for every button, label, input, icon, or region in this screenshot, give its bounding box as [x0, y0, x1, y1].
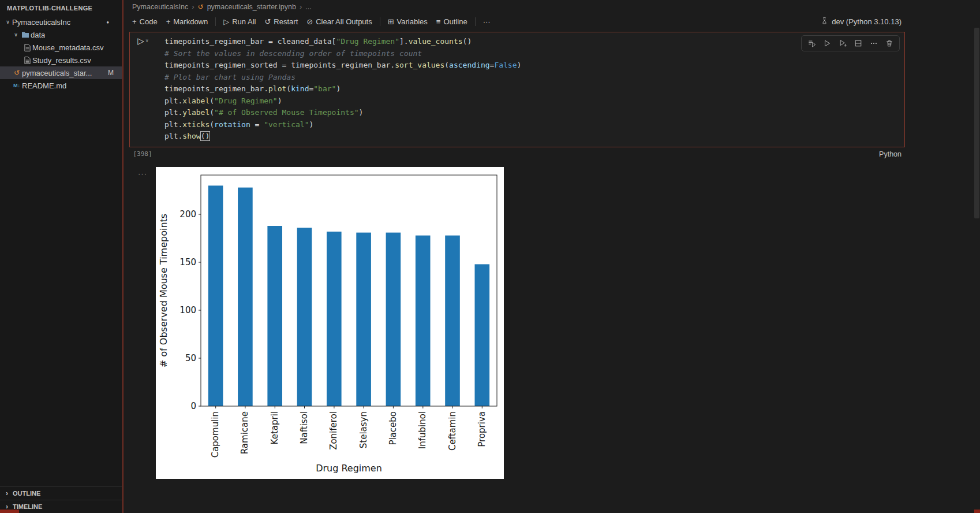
- explorer-sidebar: MATPLOTLIB-CHALLENGE ∨PymaceuticalsInc●∨…: [0, 0, 122, 513]
- output-gutter: ···: [129, 167, 156, 479]
- csv-file-icon: [22, 44, 32, 51]
- notebook-file-icon: ↺: [12, 69, 22, 77]
- tree-item-label: pymaceuticals_star...: [22, 69, 92, 77]
- tree-item-data[interactable]: ∨data: [0, 28, 122, 41]
- execute-above-icon[interactable]: [805, 38, 818, 49]
- tree-item-label: Mouse_metadata.csv: [32, 43, 104, 52]
- svg-text:0: 0: [190, 401, 196, 411]
- cell-output: ··· CapomulinRamicaneKetaprilNaftisolZon…: [129, 167, 905, 479]
- code-line: timepoints_regimen_bar = cleaned_data["D…: [164, 36, 900, 48]
- breadcrumb-file[interactable]: pymaceuticals_starter.ipynb: [207, 3, 296, 11]
- code-line: timepoints_regimen_sorted = timepoints_r…: [164, 60, 900, 72]
- run-all-icon: ▷: [223, 18, 229, 25]
- delete-cell-icon[interactable]: [882, 38, 896, 49]
- code-line: timepoints_regimen_bar.plot(kind="bar"): [164, 83, 900, 95]
- bar-chart-svg: CapomulinRamicaneKetaprilNaftisolZonifer…: [156, 167, 504, 479]
- toolbar-button-label: Outline: [443, 17, 467, 26]
- svg-text:50: 50: [185, 353, 196, 363]
- run-cell-button[interactable]: ▷∨: [137, 36, 148, 45]
- code-line: plt.xticks(rotation = "vertical"): [164, 119, 900, 131]
- csv-file-icon: [22, 57, 32, 64]
- split-cell-icon[interactable]: [851, 38, 865, 49]
- toolbar-items: +Code+Markdown▷Run All↺Restart⊘Clear All…: [128, 16, 495, 28]
- toolbar-markdown-button[interactable]: +Markdown: [162, 16, 212, 28]
- toolbar-outline-button[interactable]: ≡Outline: [432, 16, 472, 28]
- toolbar-clear-all-outputs-button[interactable]: ⊘Clear All Outputs: [302, 16, 376, 28]
- toolbar-more-actions-button[interactable]: ···: [479, 16, 495, 27]
- tree-item-study-results-csv[interactable]: Study_results.csv: [0, 54, 122, 66]
- svg-text:200: 200: [179, 209, 196, 220]
- output-options-button[interactable]: ···: [138, 169, 147, 178]
- code-cell[interactable]: ▷∨ timepoints_regimen_bar = cleaned_data…: [129, 32, 905, 147]
- outline-icon: ≡: [436, 18, 441, 25]
- svg-text:Propriva: Propriva: [477, 411, 487, 447]
- toolbar-button-label: Run All: [232, 17, 256, 26]
- toolbar-run-all-button[interactable]: ▷Run All: [219, 16, 260, 28]
- variables-icon: ⊞: [388, 18, 394, 25]
- markdown-file-icon: M↓: [12, 83, 22, 88]
- toolbar-variables-button[interactable]: ⊞Variables: [384, 16, 432, 28]
- svg-text:Infubinol: Infubinol: [417, 411, 428, 449]
- toolbar-button-label: Clear All Outputs: [316, 17, 372, 26]
- kernel-label: dev (Python 3.10.13): [832, 17, 902, 26]
- play-icon: ▷: [137, 36, 144, 45]
- scrollbar-thumb[interactable]: [974, 28, 979, 218]
- tree-item-mouse-metadata-csv[interactable]: Mouse_metadata.csv: [0, 41, 122, 54]
- execute-cell-icon[interactable]: [820, 38, 834, 49]
- svg-text:Placebo: Placebo: [388, 411, 398, 445]
- execute-below-icon[interactable]: [836, 38, 850, 49]
- toolbar-separator: [380, 17, 380, 26]
- more-actions-icon[interactable]: [867, 38, 881, 49]
- code-line: plt.xlabel("Drug Regimen"): [164, 95, 900, 107]
- toolbar-button-label: Variables: [397, 17, 428, 26]
- chevron-down-icon: ∨: [145, 38, 149, 43]
- modified-dot-icon: ●: [106, 20, 109, 25]
- breadcrumb-cell[interactable]: ...: [305, 3, 311, 11]
- notebook-file-icon: ↺: [198, 3, 204, 11]
- breadcrumb-separator-icon: ›: [300, 2, 302, 11]
- more-actions-icon: ···: [483, 18, 491, 25]
- tree-item-readme-md[interactable]: M↓README.md: [0, 79, 122, 92]
- svg-text:Drug Regimen: Drug Regimen: [316, 463, 382, 474]
- toolbar-separator: [475, 17, 476, 26]
- svg-text:# of Observed Mouse Timepoints: # of Observed Mouse Timepoints: [158, 213, 169, 367]
- code-editor[interactable]: timepoints_regimen_bar = cleaned_data["D…: [156, 32, 904, 147]
- code-line: plt.show(): [164, 131, 900, 143]
- toolbar-code-button[interactable]: +Code: [128, 16, 162, 28]
- svg-text:Ketapril: Ketapril: [270, 411, 280, 444]
- svg-text:Naftisol: Naftisol: [299, 411, 309, 444]
- vscode-window: MATPLOTLIB-CHALLENGE ∨PymaceuticalsInc●∨…: [0, 0, 980, 513]
- breadcrumb-folder[interactable]: PymaceuticalsInc: [132, 3, 188, 11]
- breadcrumb: PymaceuticalsInc › ↺ pymaceuticals_start…: [124, 0, 980, 13]
- chart-figure: CapomulinRamicaneKetaprilNaftisolZonifer…: [156, 167, 504, 479]
- code-lines: timepoints_regimen_bar = cleaned_data["D…: [164, 36, 900, 143]
- svg-text:Stelasyn: Stelasyn: [358, 411, 369, 448]
- chevron-right-icon: ›: [3, 489, 11, 497]
- tree-item-pymaceuticalsinc[interactable]: ∨PymaceuticalsInc●: [0, 16, 122, 28]
- code-line: plt.ylabel("# of Observed Mouse Timepoin…: [164, 107, 900, 119]
- outline-section-header[interactable]: › OUTLINE: [0, 486, 122, 500]
- svg-text:Zoniferol: Zoniferol: [328, 411, 339, 450]
- code-line: # Plot bar chart using Pandas: [164, 72, 900, 84]
- clear-outputs-icon: ⊘: [306, 18, 313, 25]
- kernel-picker[interactable]: dev (Python 3.10.13): [821, 17, 902, 26]
- svg-text:150: 150: [179, 257, 196, 267]
- tree-item-label: README.md: [22, 81, 66, 90]
- chevron-down-icon: ∨: [3, 19, 12, 25]
- cell-language-label[interactable]: Python: [879, 150, 905, 158]
- plus-icon: +: [166, 18, 171, 25]
- editor-area: PymaceuticalsInc › ↺ pymaceuticals_start…: [122, 0, 980, 513]
- notebook-content: ▷∨ timepoints_regimen_bar = cleaned_data…: [124, 29, 980, 513]
- kernel-icon: [821, 17, 828, 26]
- svg-text:100: 100: [179, 305, 196, 315]
- editor-scrollbar[interactable]: [973, 0, 980, 513]
- tree-item-label: PymaceuticalsInc: [12, 18, 70, 27]
- svg-text:Ramicane: Ramicane: [240, 411, 250, 454]
- restart-icon: ↺: [264, 18, 271, 25]
- toolbar-button-label: Restart: [274, 17, 298, 26]
- tree-item-pymaceuticals-starter-ipynb[interactable]: ↺pymaceuticals_star...M: [0, 66, 122, 79]
- cell-toolbar: [801, 35, 900, 51]
- toolbar-restart-button[interactable]: ↺Restart: [260, 16, 302, 28]
- execution-count: [398]: [129, 150, 156, 158]
- bottom-right-accent: [974, 510, 980, 513]
